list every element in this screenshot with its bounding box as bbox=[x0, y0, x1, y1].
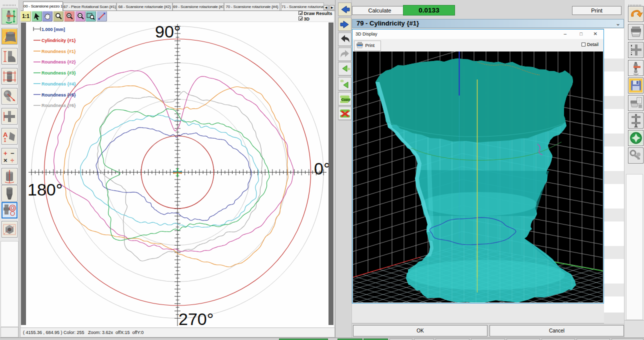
svg-text:×: × bbox=[4, 156, 8, 164]
svg-text:Roundness {#1}: Roundness {#1} bbox=[42, 49, 76, 54]
svg-text:Roundness {#4}: Roundness {#4} bbox=[42, 82, 76, 86]
svg-text:0°: 0° bbox=[314, 159, 328, 178]
svg-text:Cylindricity {#1}: Cylindricity {#1} bbox=[42, 38, 76, 43]
svg-text:+: + bbox=[4, 150, 8, 157]
svg-text:Roundness {#3}: Roundness {#3} bbox=[42, 70, 76, 76]
svg-text:−: − bbox=[10, 150, 14, 157]
svg-text:270°: 270° bbox=[178, 310, 214, 328]
svg-text:Roundness {#6}: Roundness {#6} bbox=[42, 103, 76, 108]
svg-text:90°: 90° bbox=[155, 22, 180, 41]
svg-text:Roundness {#5}: Roundness {#5} bbox=[42, 92, 76, 98]
svg-text:A: A bbox=[3, 131, 8, 138]
svg-text:180°: 180° bbox=[28, 180, 62, 199]
svg-text:1.000 [mm]: 1.000 [mm] bbox=[42, 27, 65, 32]
svg-text:Roundness {#2}: Roundness {#2} bbox=[42, 60, 76, 64]
svg-text:÷: ÷ bbox=[10, 156, 14, 164]
